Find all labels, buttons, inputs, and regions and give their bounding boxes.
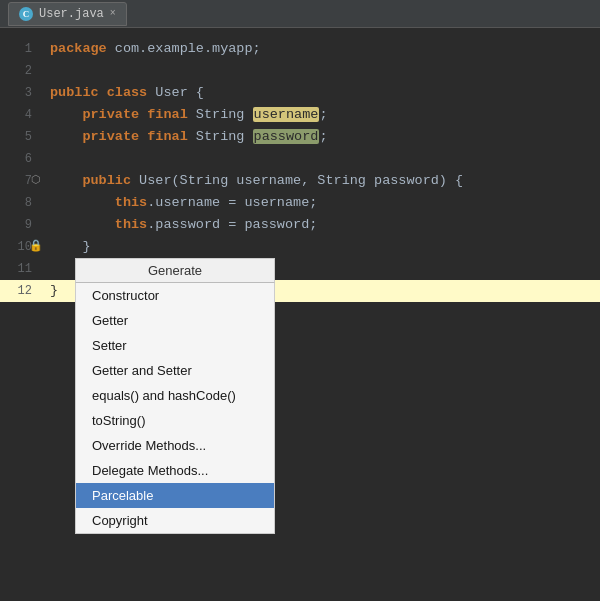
menu-header: Generate (75, 258, 275, 283)
menu-item[interactable]: Getter (76, 308, 274, 333)
code-token-kw: this (115, 217, 147, 232)
file-tab[interactable]: C User.java × (8, 2, 127, 26)
line-number: 9 (0, 214, 42, 236)
line-content: public User(String username, String pass… (0, 170, 473, 192)
context-menu: Generate ConstructorGetterSetterGetter a… (75, 258, 275, 534)
menu-item[interactable]: Constructor (76, 283, 274, 308)
code-line: 10🔒 } (0, 236, 600, 258)
line-content: private final String password; (0, 126, 337, 148)
menu-item[interactable]: Copyright (76, 508, 274, 533)
tab-close-button[interactable]: × (110, 8, 116, 19)
line-number: 5 (0, 126, 42, 148)
line-number: 4 (0, 104, 42, 126)
menu-item[interactable]: equals() and hashCode() (76, 383, 274, 408)
line-number: 3 (0, 82, 42, 104)
menu-item[interactable]: toString() (76, 408, 274, 433)
code-token-kw: final (147, 107, 188, 122)
code-line: 6 (0, 148, 600, 170)
line-content: this.password = password; (0, 214, 327, 236)
title-bar: C User.java × (0, 0, 600, 28)
menu-item[interactable]: Setter (76, 333, 274, 358)
code-token-kw: private (82, 107, 139, 122)
code-line: 9 this.password = password; (0, 214, 600, 236)
menu-item[interactable]: Delegate Methods... (76, 458, 274, 483)
line-number: 6 (0, 148, 42, 170)
tab-label: User.java (39, 7, 104, 21)
file-type-icon: C (19, 7, 33, 21)
code-line: 4 private final String username; (0, 104, 600, 126)
menu-item[interactable]: Parcelable (76, 483, 274, 508)
code-token-kw: this (115, 195, 147, 210)
code-token-kw: package (50, 41, 107, 56)
line-number: 12 (0, 280, 42, 302)
menu-item[interactable]: Getter and Setter (76, 358, 274, 383)
code-line: 5 private final String password; (0, 126, 600, 148)
code-token-kw: public (82, 173, 131, 188)
code-line: 7⬡ public User(String username, String p… (0, 170, 600, 192)
menu-list: ConstructorGetterSetterGetter and Setter… (75, 283, 275, 534)
code-token-kw: private (82, 129, 139, 144)
line-content: private final String username; (0, 104, 337, 126)
code-token-hl-var2: password (253, 129, 320, 144)
line-number: 8 (0, 192, 42, 214)
code-line: 8 this.username = username; (0, 192, 600, 214)
line-content: this.username = username; (0, 192, 327, 214)
line-number: 2 (0, 60, 42, 82)
code-token-kw: public (50, 85, 99, 100)
line-number: 1 (0, 38, 42, 60)
lock-gutter-icon: 🔒 (28, 236, 44, 258)
shield-gutter-icon: ⬡ (28, 170, 44, 192)
line-number: 11 (0, 258, 42, 280)
menu-item[interactable]: Override Methods... (76, 433, 274, 458)
code-token-kw: final (147, 129, 188, 144)
code-token-kw: class (107, 85, 148, 100)
code-line: 2 (0, 60, 600, 82)
code-line: 3public class User { (0, 82, 600, 104)
code-token-hl-var: username (253, 107, 320, 122)
code-line: 1package com.example.myapp; (0, 38, 600, 60)
